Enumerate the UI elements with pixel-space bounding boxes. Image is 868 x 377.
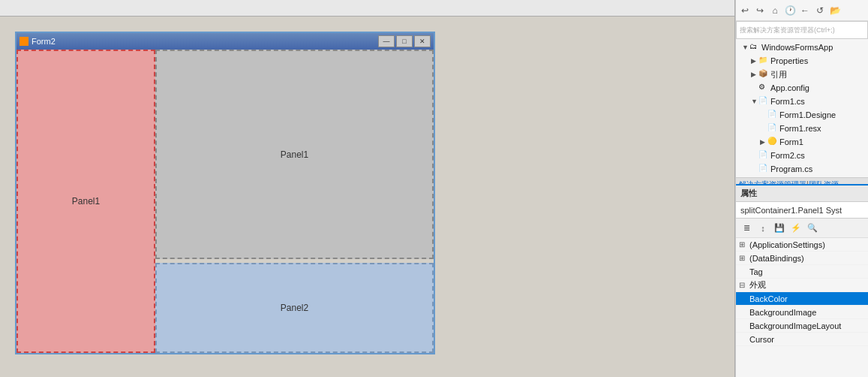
bgimagelayout-label: BackgroundImageLayout [749,321,865,330]
panel2-label: Panel2 [281,303,308,313]
toolbar-home-icon[interactable]: ⌂ [769,5,781,17]
appearance-expand: ⊟ [739,281,749,289]
root-project-label: WindowsFormsApp [761,43,833,52]
toolbar-left-icon[interactable]: ← [799,5,811,17]
toolbar-forward-icon[interactable]: ↪ [754,5,766,17]
vs-top-toolbar: ↩ ↪ ⌂ 🕐 ← ↺ 📂 [736,0,868,21]
form1-icon: 🟡 [767,137,778,147]
se-form1cs[interactable]: ▼ 📄 Form1.cs [736,95,868,108]
se-form1designer[interactable]: 📄 Form1.Designe [736,108,868,122]
se-footer: 解决方案资源管理器 | 团队资源 [736,177,868,185]
props-appearance-group[interactable]: ⊟ 外观 [736,279,868,292]
backcolor-expand [739,294,749,303]
close-button[interactable]: ✕ [414,35,431,47]
props-backcolor[interactable]: BackColor [736,292,868,306]
form2cs-icon: 📄 [758,150,769,161]
vs-right-panel: ↩ ↪ ⌂ 🕐 ← ↺ 📂 搜索解决方案资源管理器(Ctrl+;) ▼ 🗂 Wi… [735,0,868,377]
root-project-icon: 🗂 [749,42,760,53]
references-icon: 📦 [758,69,769,80]
props-header-label: 属性 [740,188,757,199]
backcolor-label: BackColor [749,294,805,303]
designer-area: Form2 — □ ✕ Panel1 Panel1 Pa [0,0,735,377]
se-app-config[interactable]: ⚙ App.config [736,81,868,95]
toolbar-back-icon[interactable]: ↩ [739,5,751,17]
solution-explorer-search[interactable]: 搜索解决方案资源管理器(Ctrl+;) [736,21,868,39]
form1resx-icon: 📄 [767,123,778,134]
split-right: Panel1 Panel2 [155,50,434,353]
props-header: 属性 [736,185,868,202]
cursor-expand [739,335,749,343]
form2cs-label: Form2.cs [770,151,805,160]
form2cs-arrow [751,152,758,159]
props-selected-object: splitContainer1.Panel1 Syst [736,202,868,219]
toolbar-time-icon[interactable]: 🕐 [784,5,796,17]
form1designer-arrow [760,111,767,119]
data-bindings-expand: ⊞ [739,254,749,262]
toolbar-refresh-icon[interactable]: ↺ [814,5,826,17]
maximize-button[interactable]: □ [396,35,413,47]
app-settings-expand: ⊞ [739,240,749,249]
se-form1resx[interactable]: 📄 Form1.resx [736,122,868,135]
minimize-button[interactable]: — [378,35,395,47]
properties-arrow: ▶ [751,57,758,65]
toolbar-folder-icon[interactable]: 📂 [829,5,841,17]
props-backgroundimagelayout[interactable]: BackgroundImageLayout [736,319,868,333]
split-container-panel1-left: Panel1 [17,50,155,353]
form1designer-label: Form1.Designe [779,110,836,119]
form1-label: Form1 [779,137,803,146]
cursor-label: Cursor [749,335,865,344]
form1-arrow: ▶ [760,138,767,146]
form2-title: Form2 [32,37,56,46]
form2-body: Panel1 Panel1 Panel2 [17,50,434,353]
form2-titlebar: Form2 — □ ✕ [17,33,434,50]
se-form2cs[interactable]: 📄 Form2.cs [736,149,868,162]
app-settings-label: (ApplicationSettings) [749,240,865,249]
appconfig-icon: ⚙ [758,83,769,93]
form1cs-arrow: ▼ [751,98,758,105]
props-events-icon[interactable]: ⚡ [788,221,803,236]
tag-expand [739,267,749,276]
programcs-label: Program.cs [770,164,812,173]
form2-title-left: Form2 [20,37,56,46]
se-root-project[interactable]: ▼ 🗂 WindowsFormsApp [736,41,868,54]
props-selected-label: splitContainer1.Panel1 Syst [740,206,842,215]
appconfig-arrow [751,84,758,92]
appearance-label: 外观 [749,279,865,291]
props-app-settings[interactable]: ⊞ (ApplicationSettings) [736,238,868,252]
props-props-icon[interactable]: 💾 [772,221,787,236]
properties-icon: 📁 [758,56,769,66]
form2-window: Form2 — □ ✕ Panel1 Panel1 Pa [15,32,435,354]
se-programcs[interactable]: 📄 Program.cs [736,162,868,176]
props-alpha-icon[interactable]: ↕ [755,221,770,236]
form1cs-icon: 📄 [758,96,769,107]
solution-explorer-panel: ▼ 🗂 WindowsFormsApp ▶ 📁 Properties ▶ 📦 引… [736,39,868,185]
search-placeholder: 搜索解决方案资源管理器(Ctrl+;) [740,26,835,35]
props-toolbar: ≣ ↕ 💾 ⚡ 🔍 [736,219,868,238]
form2-controls: — □ ✕ [378,35,431,47]
panel1-top-label: Panel1 [281,149,308,160]
references-label: 引用 [770,69,787,80]
appconfig-label: App.config [770,83,809,92]
se-form1[interactable]: ▶ 🟡 Form1 [736,135,868,149]
se-footer-link1[interactable]: 解决方案资源管理器 [739,179,806,186]
form1resx-arrow [760,125,767,132]
se-footer-link2[interactable]: 团队资源 [809,179,839,186]
form1resx-label: Form1.resx [779,124,821,133]
properties-panel: 属性 splitContainer1.Panel1 Syst ≣ ↕ 💾 ⚡ 🔍… [736,185,868,377]
programcs-icon: 📄 [758,164,769,174]
form1designer-icon: 📄 [767,110,778,120]
properties-label: Properties [770,56,808,65]
props-cursor[interactable]: Cursor [736,333,868,346]
props-backgroundimage[interactable]: BackgroundImage [736,306,868,319]
references-arrow: ▶ [751,71,758,78]
props-tree: ⊞ (ApplicationSettings) ⊞ (DataBindings)… [736,238,868,377]
props-data-bindings[interactable]: ⊞ (DataBindings) [736,252,868,265]
props-search-icon[interactable]: 🔍 [805,221,820,236]
props-tag[interactable]: Tag [736,265,868,279]
designer-toolbar [0,0,734,17]
se-references[interactable]: ▶ 📦 引用 [736,68,868,81]
bgimage-label: BackgroundImage [749,308,865,317]
props-categories-icon[interactable]: ≣ [739,221,754,236]
se-properties[interactable]: ▶ 📁 Properties [736,54,868,68]
split-top-panel: Panel1 [155,50,434,259]
